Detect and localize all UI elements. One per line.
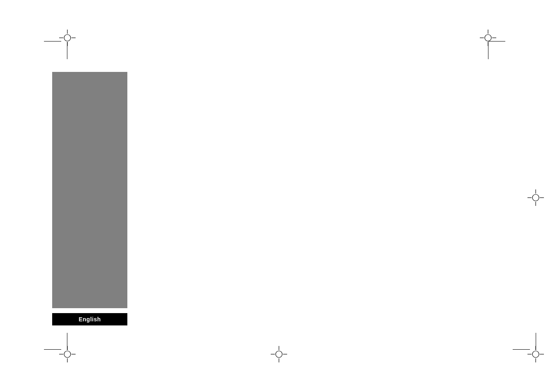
english-label: English <box>78 316 101 323</box>
reg-line-h-top-left <box>44 41 61 42</box>
reg-mark-top-left <box>58 28 77 49</box>
svg-point-25 <box>276 351 282 357</box>
reg-line-h-bottom-left <box>44 349 61 350</box>
reg-mark-bottom-center <box>269 344 289 366</box>
reg-line-h-top-right <box>488 41 505 42</box>
crosshair-icon-bottom-center <box>269 344 289 364</box>
crosshair-icon-top-left <box>58 28 77 48</box>
svg-point-15 <box>532 194 539 201</box>
svg-point-0 <box>64 35 71 41</box>
svg-point-30 <box>532 351 539 357</box>
crosshair-icon-bottom-left <box>58 344 77 364</box>
reg-mark-right-mid <box>526 188 546 209</box>
reg-line-v-bottom-left <box>67 333 67 350</box>
english-bar[interactable]: English <box>52 313 127 325</box>
reg-line-v-bottom-right <box>536 333 536 350</box>
reg-line-v-top-left <box>67 42 67 59</box>
reg-line-v-top-right <box>488 42 488 59</box>
reg-line-h-bottom-right <box>513 349 530 350</box>
reg-mark-bottom-left <box>58 344 77 366</box>
crosshair-icon-right-mid <box>526 188 546 208</box>
gray-panel <box>52 72 127 308</box>
svg-point-20 <box>64 351 71 357</box>
svg-point-5 <box>485 35 491 41</box>
